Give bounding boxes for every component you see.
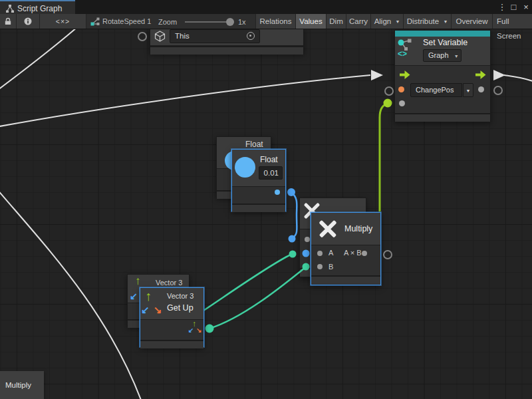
graph-asset-icon (90, 17, 100, 26)
set-variable-right-port-ring[interactable] (493, 86, 503, 95)
script-graph-window: Float Vector 3 ↑ ↙ This (0, 0, 532, 399)
node-this-footer (150, 46, 303, 55)
multiply-back-port-dot[interactable] (305, 237, 310, 242)
this-node-port-ring[interactable] (138, 32, 147, 41)
set-variable-value-port-dot[interactable] (399, 100, 405, 106)
control-in-arrow-icon[interactable] (400, 70, 410, 79)
graph-name: RotateSpeed 1 (102, 17, 151, 25)
code-view-button[interactable]: <×> (40, 14, 86, 29)
vector3-mini-down-left-arrow-icon: ↙ (188, 327, 194, 334)
multiply-output-port-ring[interactable] (383, 250, 392, 259)
node-vector3-title: Vector 3 (167, 292, 194, 300)
multiply-port-a-dot[interactable] (317, 251, 323, 256)
tab-script-graph[interactable]: Script Graph (0, 0, 75, 14)
toolbar-button-relations[interactable]: Relations (255, 14, 296, 29)
window-close-button[interactable]: × (521, 1, 531, 13)
graph-toolbar: <×> RotateSpeed 1 Zoom 1x Relations Valu… (0, 14, 532, 29)
graph-breadcrumb[interactable]: RotateSpeed 1 (86, 14, 156, 29)
control-out-arrow-icon[interactable] (475, 70, 486, 79)
node-float-back-title: Float (245, 140, 263, 149)
multiply-icon (318, 219, 338, 239)
toolbar-button-distribute[interactable]: Distribute ▼ (404, 14, 452, 29)
distribute-label: Distribute (407, 17, 440, 25)
lock-button[interactable] (0, 14, 17, 29)
multiply-port-b-label: B (329, 263, 333, 271)
set-variable-footer (395, 113, 490, 122)
vector3-mini-down-right-arrow-icon: ↘ (196, 327, 201, 334)
chevron-down-icon: ▼ (466, 88, 471, 93)
tab-title: Script Graph (17, 4, 62, 13)
info-button[interactable] (17, 14, 40, 29)
multiply-port-a-label: A (329, 249, 333, 257)
variable-name-port-dot[interactable] (398, 86, 404, 92)
chevron-down-icon: ▼ (443, 19, 448, 24)
chevron-down-icon: ▼ (395, 19, 400, 24)
vector3-back-up-arrow-icon: ↑ (135, 275, 141, 287)
window-maximize-button[interactable]: □ (508, 1, 519, 13)
this-field-value: This (175, 32, 190, 40)
scope-dropdown-value: Graph (428, 51, 449, 59)
set-variable-left-port-ring[interactable] (384, 86, 394, 96)
set-variable-output-port-dot[interactable] (478, 86, 484, 92)
vector3-back-down-left-arrow-icon: ↙ (130, 291, 138, 301)
zoom-label: Zoom (158, 18, 177, 26)
vector3-up-arrow-icon: ↑ (145, 289, 152, 303)
chevron-down-icon: ▼ (454, 54, 459, 59)
float-value-field[interactable]: 0.01 (259, 166, 283, 180)
variable-dropdown-chevron[interactable]: ▼ (463, 83, 473, 97)
toolbar-button-full-screen[interactable]: Full Screen (493, 14, 532, 29)
set-variable-code-icon: <> (398, 49, 407, 59)
script-graph-tab-icon (5, 4, 15, 13)
vector3-down-right-arrow-icon: ↘ (154, 305, 162, 315)
toolbar-button-carry[interactable]: Carry (346, 14, 371, 29)
node-float-footer (232, 203, 285, 212)
node-vector3-subtitle: Get Up (167, 303, 194, 313)
object-picker-icon[interactable] (247, 32, 255, 40)
toolbar-button-dim[interactable]: Dim (327, 14, 346, 29)
variable-name-dropdown[interactable]: ChangePos (410, 83, 462, 97)
multiply-port-b-dot[interactable] (317, 264, 323, 269)
node-multiply-footer (311, 275, 380, 284)
multiply-output-label: A × B (344, 249, 362, 257)
set-variable-scope-dropdown[interactable]: Graph ▼ (423, 49, 462, 62)
vector3-down-left-arrow-icon: ↙ (141, 305, 150, 315)
toolbar-button-values[interactable]: Values (296, 14, 327, 29)
float-value: 0.01 (264, 169, 279, 177)
tab-bar: Script Graph ⋮ □ × (0, 0, 532, 14)
info-icon (24, 17, 32, 25)
float-output-port-dot[interactable] (275, 190, 280, 195)
toolbar-button-overview[interactable]: Overview (452, 14, 493, 29)
window-menu-button[interactable]: ⋮ (497, 1, 507, 13)
node-vector3-footer (140, 340, 203, 348)
code-view-icon: <×> (56, 17, 70, 25)
tooltip: Multiply (0, 371, 44, 399)
zoom-value: 1x (238, 18, 246, 26)
multiply-output-port-dot[interactable] (362, 251, 367, 256)
toolbar-button-align[interactable]: Align ▼ (371, 14, 404, 29)
align-label: Align (374, 17, 392, 25)
game-object-cube-icon (154, 31, 166, 42)
variable-name-value: ChangePos (416, 86, 454, 94)
zoom-slider-handle[interactable] (226, 18, 234, 26)
float-icon (235, 157, 255, 178)
node-float-title: Float (260, 155, 278, 164)
lock-icon (4, 17, 12, 25)
tooltip-text: Multiply (5, 381, 31, 389)
set-variable-accent-bar (395, 31, 490, 37)
node-vector3-back-title: Vector 3 (156, 279, 182, 287)
set-variable-title: Set Variable (423, 38, 467, 47)
node-multiply-title: Multiply (344, 224, 372, 233)
